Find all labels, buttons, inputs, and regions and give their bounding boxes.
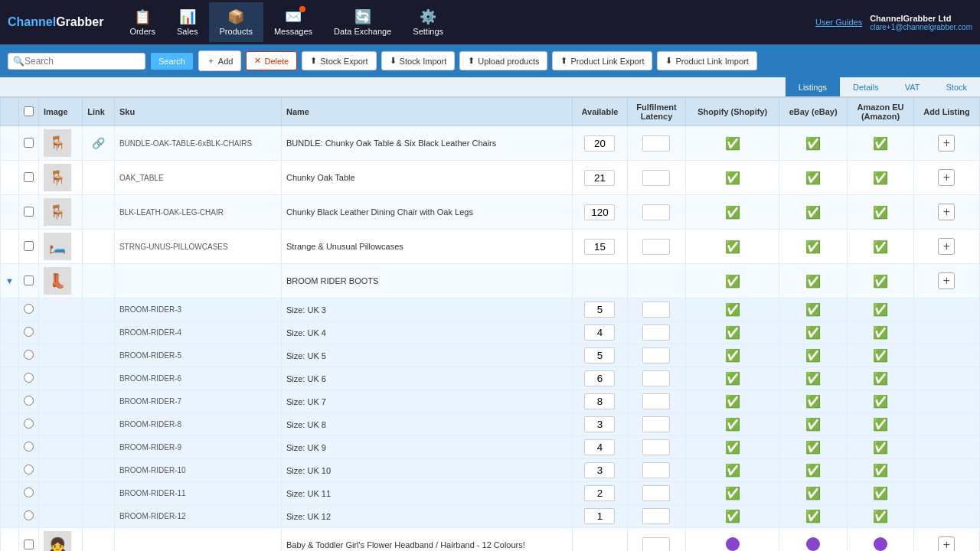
stock-export-button[interactable]: ⬆ Stock Export — [302, 51, 376, 70]
variant-radio[interactable] — [24, 350, 34, 360]
available-input[interactable] — [584, 462, 615, 478]
row-checkbox[interactable] — [24, 276, 34, 285]
table-body: 🪑🔗BUNDLE-OAK-TABLE-6xBLK-CHAIRSBUNDLE: C… — [1, 126, 980, 552]
expand-cell — [1, 528, 19, 552]
latency-input[interactable] — [642, 370, 670, 386]
add-listing-cell: + — [913, 264, 979, 298]
image-cell: 🪑 — [38, 126, 82, 161]
available-input[interactable] — [584, 135, 615, 152]
amazon-cell: ✅ — [848, 126, 914, 161]
available-input[interactable] — [584, 170, 615, 186]
latency-input[interactable] — [642, 324, 670, 341]
add-listing-button[interactable]: + — [938, 204, 955, 220]
search-button[interactable]: Search — [150, 52, 194, 70]
add-listing-button[interactable]: + — [938, 536, 955, 551]
available-cell — [573, 321, 627, 344]
nav-sales[interactable]: 📊 Sales — [166, 2, 209, 42]
nav-data-exchange[interactable]: 🔄 Data Exchange — [323, 2, 402, 42]
available-input[interactable] — [584, 508, 615, 524]
variant-radio[interactable] — [24, 304, 34, 314]
latency-input[interactable] — [642, 508, 670, 524]
available-input[interactable] — [584, 347, 615, 364]
search-input[interactable] — [24, 56, 139, 67]
delete-button[interactable]: ✕ Delete — [246, 51, 297, 70]
variant-radio[interactable] — [24, 487, 34, 497]
row-checkbox[interactable] — [24, 540, 34, 549]
nav-settings[interactable]: ⚙️ Settings — [402, 2, 454, 42]
available-input[interactable] — [584, 239, 615, 255]
col-available: Available — [573, 98, 627, 126]
link-icon[interactable]: 🔗 — [92, 137, 105, 149]
variant-radio[interactable] — [24, 396, 34, 406]
product-image: 👧 — [44, 531, 71, 551]
row-checkbox-cell — [18, 413, 38, 436]
user-guide-link[interactable]: User Guides — [815, 18, 862, 27]
latency-input[interactable] — [642, 204, 670, 220]
tab-stock[interactable]: Stock — [933, 77, 980, 96]
link-cell — [83, 413, 115, 436]
variant-radio[interactable] — [24, 327, 34, 337]
latency-input[interactable] — [642, 393, 670, 409]
available-input[interactable] — [584, 439, 615, 455]
expand-toggle[interactable]: ▼ — [5, 276, 14, 285]
variant-radio[interactable] — [24, 465, 34, 474]
add-listing-cell — [913, 390, 979, 413]
add-listing-cell — [913, 321, 979, 344]
available-input[interactable] — [584, 370, 615, 386]
add-listing-button[interactable]: + — [938, 169, 955, 186]
tab-details[interactable]: Details — [840, 77, 892, 96]
ebay-cell: ✅ — [779, 298, 848, 321]
select-all-checkbox[interactable] — [24, 106, 34, 116]
latency-input[interactable] — [642, 439, 670, 455]
products-table-wrap: Image Link Sku Name Available Fulfilment… — [0, 97, 980, 551]
variant-radio[interactable] — [24, 442, 34, 452]
variant-radio[interactable] — [24, 373, 34, 383]
shopify-check-icon: ✅ — [725, 441, 740, 454]
variant-radio[interactable] — [24, 510, 34, 520]
available-cell — [573, 195, 627, 230]
product-link-export-button[interactable]: ⬆ Product Link Export — [552, 51, 652, 70]
latency-input[interactable] — [642, 302, 670, 318]
company-info: ChannelGrabber Ltd clare+1@channelgrabbe… — [870, 14, 972, 31]
shopify-cell: ✅ — [686, 321, 779, 344]
nav-orders[interactable]: 📋 Orders — [119, 2, 166, 42]
latency-input[interactable] — [642, 347, 670, 364]
add-button[interactable]: ＋ Add — [198, 51, 242, 71]
stock-import-button[interactable]: ⬇ Stock Import — [381, 51, 456, 70]
available-input[interactable] — [584, 416, 615, 432]
nav-messages[interactable]: ✉️ Messages — [263, 2, 323, 42]
row-checkbox-cell — [18, 459, 38, 482]
image-cell — [38, 321, 82, 344]
row-checkbox-cell — [18, 230, 38, 264]
tab-vat[interactable]: VAT — [892, 77, 933, 96]
upload-products-button[interactable]: ⬆ Upload products — [459, 51, 547, 70]
add-listing-button[interactable]: + — [938, 238, 955, 255]
latency-input[interactable] — [642, 485, 670, 501]
variant-radio[interactable] — [24, 419, 34, 429]
row-checkbox[interactable] — [24, 207, 34, 217]
available-input[interactable] — [584, 302, 615, 318]
shopify-check-icon: ✅ — [725, 275, 740, 288]
row-checkbox[interactable] — [24, 138, 34, 148]
add-listing-button[interactable]: + — [938, 135, 955, 152]
product-link-import-button[interactable]: ⬇ Product Link Import — [657, 51, 756, 70]
row-checkbox[interactable] — [24, 241, 34, 251]
row-checkbox[interactable] — [24, 172, 34, 182]
latency-input[interactable] — [642, 537, 670, 552]
available-input[interactable] — [584, 485, 615, 501]
latency-input[interactable] — [642, 135, 670, 152]
product-image: 🛏️ — [44, 233, 71, 260]
shopify-check-icon: ✅ — [725, 171, 740, 184]
available-input[interactable] — [584, 324, 615, 341]
latency-input[interactable] — [642, 416, 670, 432]
latency-input[interactable] — [642, 170, 670, 186]
ebay-cell: ✅ — [779, 126, 848, 161]
available-input[interactable] — [584, 393, 615, 409]
tab-listings[interactable]: Listings — [786, 77, 840, 96]
latency-input[interactable] — [642, 462, 670, 478]
add-listing-button[interactable]: + — [938, 272, 955, 289]
product-image: 👢 — [44, 267, 71, 295]
available-input[interactable] — [584, 204, 615, 220]
nav-products[interactable]: 📦 Products — [209, 2, 263, 42]
latency-input[interactable] — [642, 239, 670, 255]
